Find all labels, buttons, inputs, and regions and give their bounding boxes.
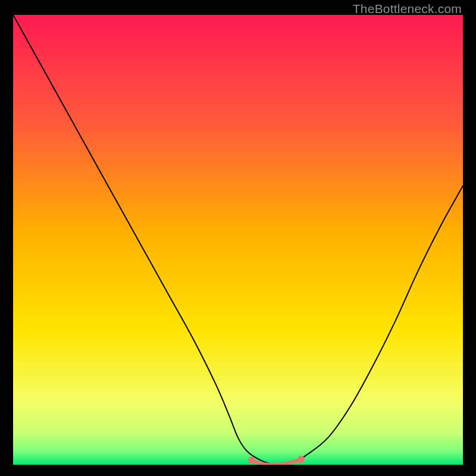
bottleneck-chart (13, 15, 463, 465)
gradient-background (13, 15, 463, 465)
chart-frame (13, 15, 463, 465)
watermark-text: TheBottleneck.com (353, 2, 462, 16)
